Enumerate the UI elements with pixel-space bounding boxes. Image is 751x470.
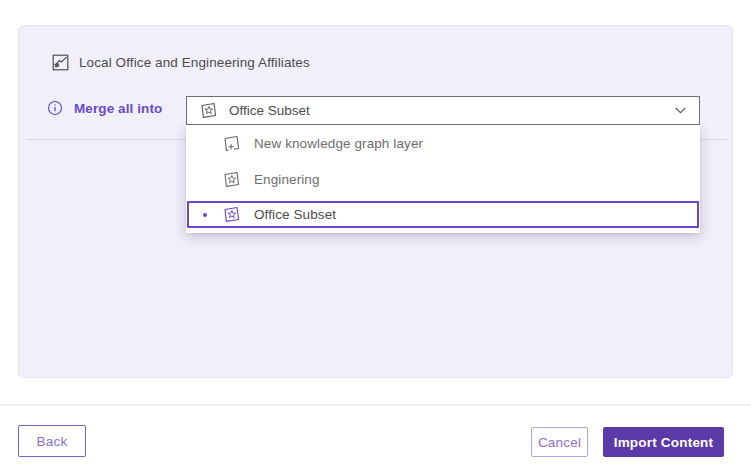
menu-item-label: Office Subset — [254, 207, 336, 222]
merge-all-into-label: Merge all into — [74, 101, 162, 116]
info-icon[interactable] — [47, 100, 63, 116]
menu-item-label: New knowledge graph layer — [254, 136, 423, 151]
selected-bullet-slot — [203, 213, 222, 217]
new-knowledge-graph-layer-icon — [222, 134, 241, 153]
cancel-button[interactable]: Cancel — [531, 427, 588, 457]
selected-dot — [203, 213, 207, 217]
back-button[interactable]: Back — [18, 425, 86, 457]
footer-divider — [0, 404, 751, 406]
menu-item-enginering[interactable]: Enginering — [186, 161, 700, 197]
menu-item-office-subset[interactable]: Office Subset — [187, 201, 699, 228]
import-content-button[interactable]: Import Content — [603, 427, 724, 457]
knowledge-graph-layer-icon — [199, 101, 218, 120]
merge-target-select[interactable]: Office Subset — [186, 96, 700, 125]
merge-target-dropdown-menu: New knowledge graph layer Enginering Off… — [186, 125, 700, 233]
source-layer-row: Local Office and Engineering Affiliates — [52, 54, 310, 71]
polygon-layer-icon — [52, 54, 69, 71]
source-layer-label: Local Office and Engineering Affiliates — [79, 55, 310, 70]
knowledge-graph-layer-icon — [222, 170, 241, 189]
chevron-down-icon[interactable] — [674, 106, 687, 115]
import-content-dialog: Local Office and Engineering Affiliates … — [0, 0, 751, 470]
select-value: Office Subset — [229, 103, 674, 118]
menu-item-label: Enginering — [254, 172, 320, 187]
menu-item-new-knowledge-graph-layer[interactable]: New knowledge graph layer — [186, 125, 700, 161]
merge-all-into-row: Merge all into — [47, 100, 162, 116]
knowledge-graph-layer-icon — [222, 205, 241, 224]
